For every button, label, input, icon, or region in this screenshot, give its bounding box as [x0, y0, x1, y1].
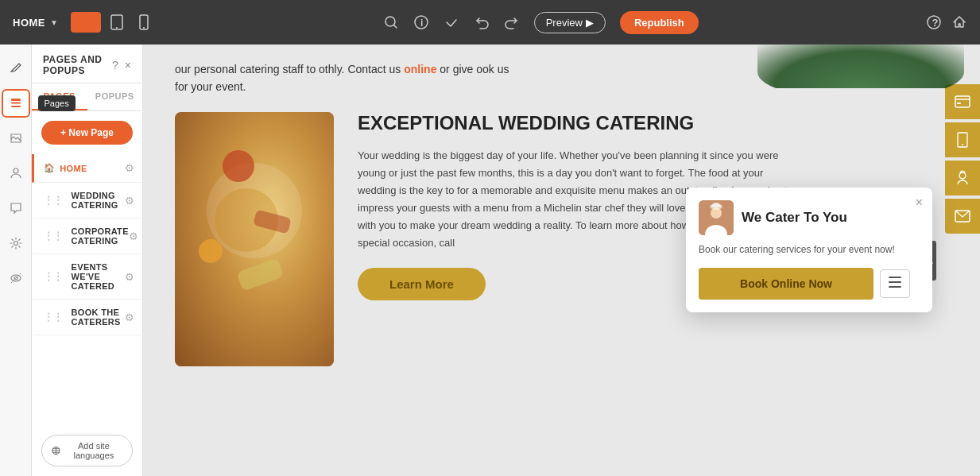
page-list: 🏠 HOME ⚙ ⋮⋮ WEDDING CATERING ⚙ ⋮⋮ CORPOR…	[32, 154, 142, 425]
sidebar-icon-users[interactable]	[2, 159, 30, 188]
section-title: EXCEPTIONAL WEDDING CATERING	[358, 112, 948, 134]
home-btn[interactable]	[951, 14, 967, 30]
page-settings-icon-home[interactable]: ⚙	[125, 162, 134, 174]
check-btn[interactable]	[444, 14, 459, 30]
page-settings-icon-corporate[interactable]: ⚙	[129, 230, 138, 242]
preview-label: Preview	[546, 17, 583, 29]
add-languages-btn[interactable]: Add site languages	[41, 435, 133, 466]
desktop-device-btn[interactable]	[71, 12, 101, 33]
notification-popup: × We Cater To You Book our catering serv…	[686, 188, 932, 312]
sidebar-icon-media[interactable]	[2, 124, 30, 153]
drag-handle-corporate: ⋮⋮	[44, 230, 64, 242]
food-image	[175, 112, 334, 366]
page-item-book[interactable]: ⋮⋮ BOOK THE CATERERS ⚙	[32, 300, 142, 335]
page-settings-icon-events[interactable]: ⚙	[125, 271, 134, 283]
online-link[interactable]: online	[404, 63, 436, 75]
page-item-home[interactable]: 🏠 HOME ⚙	[32, 154, 142, 183]
right-icon-phone[interactable]	[945, 122, 980, 157]
info-btn[interactable]: i	[413, 14, 429, 30]
home-icon: 🏠	[44, 163, 55, 173]
pages-panel-header: PAGES AND POPUPS ? ×	[32, 45, 142, 83]
right-icon-credit-card[interactable]	[945, 84, 980, 119]
panel-close-btn[interactable]: ×	[125, 59, 131, 72]
left-sidebar: Pages	[0, 45, 32, 476]
mobile-device-btn[interactable]	[133, 11, 155, 33]
device-icons	[71, 11, 155, 33]
page-item-home-label: 🏠 HOME	[44, 163, 87, 173]
drag-handle-events: ⋮⋮	[44, 271, 64, 282]
top-bar-right: ?	[926, 14, 967, 30]
chevron-down-icon: ▼	[50, 18, 58, 27]
popup-menu-btn[interactable]	[880, 269, 910, 298]
right-sidebar	[945, 84, 980, 234]
pages-tooltip: Pages	[38, 95, 76, 111]
sidebar-icon-edit[interactable]	[2, 54, 30, 83]
chef-avatar	[699, 200, 734, 235]
page-item-corporate-label: ⋮⋮ CORPORATE CATERING	[44, 226, 129, 246]
right-icon-chef[interactable]	[945, 161, 980, 195]
undo-btn[interactable]	[474, 14, 490, 30]
sidebar-icon-settings[interactable]	[2, 229, 30, 257]
pages-panel-actions: ? ×	[112, 59, 131, 72]
learn-more-btn[interactable]: Learn More	[358, 268, 486, 300]
current-page-label: HOME	[13, 17, 45, 29]
svg-text:?: ?	[932, 17, 939, 29]
svg-text:i: i	[420, 17, 423, 29]
page-item-wedding[interactable]: ⋮⋮ WEDDING CATERING ⚙	[32, 183, 142, 219]
page-settings-icon-wedding[interactable]: ⚙	[125, 195, 134, 207]
food-img-placeholder	[175, 112, 334, 366]
new-page-btn[interactable]: + New Page	[41, 121, 133, 145]
top-garnish-area	[742, 45, 980, 88]
svg-rect-18	[955, 96, 970, 107]
intro-text: our personal catering staff to othly. Co…	[175, 60, 525, 96]
republish-btn[interactable]: Republish	[620, 11, 699, 34]
page-item-events[interactable]: ⋮⋮ EVENTS WE'VE CATERED ⚙	[32, 254, 142, 300]
redo-btn[interactable]	[504, 14, 520, 30]
page-item-book-label: ⋮⋮ BOOK THE CATERERS	[44, 308, 125, 327]
svg-rect-12	[11, 106, 21, 107]
preview-btn[interactable]: Preview ▶	[534, 12, 606, 33]
page-item-wedding-label: ⋮⋮ WEDDING CATERING	[44, 191, 125, 210]
popup-title: We Cater To You	[742, 210, 847, 226]
main-layout: Pages PAGES AND POPUPS ? × PAGES POPU	[0, 45, 980, 476]
svg-rect-11	[11, 103, 21, 104]
svg-rect-28	[889, 286, 901, 288]
page-settings-icon-book[interactable]: ⚙	[125, 312, 134, 323]
popup-subtitle: Book our catering services for your even…	[699, 243, 920, 257]
popup-header: We Cater To You	[699, 200, 920, 235]
page-selector[interactable]: HOME ▼	[13, 17, 58, 29]
drag-handle-wedding: ⋮⋮	[44, 195, 64, 206]
svg-point-15	[11, 275, 21, 281]
svg-point-4	[143, 27, 145, 29]
svg-point-2	[116, 27, 118, 29]
svg-rect-27	[889, 281, 901, 283]
panel-help-btn[interactable]: ?	[112, 59, 118, 72]
tablet-device-btn[interactable]	[104, 11, 130, 33]
top-bar: HOME ▼ i	[0, 0, 980, 45]
svg-point-21	[959, 172, 966, 179]
popup-close-btn[interactable]: ×	[916, 195, 923, 210]
right-icon-mail[interactable]	[945, 199, 980, 234]
svg-point-14	[14, 242, 17, 246]
sidebar-icon-pages[interactable]: Pages	[2, 89, 30, 118]
popup-actions: Book Online Now	[699, 268, 920, 300]
top-bar-left: HOME ▼	[13, 11, 155, 33]
search-btn[interactable]	[383, 14, 399, 30]
tab-popups[interactable]: POPUPS	[87, 83, 143, 110]
help-btn[interactable]: ?	[926, 14, 942, 30]
sidebar-icon-eye[interactable]	[2, 264, 30, 292]
svg-rect-0	[78, 16, 94, 26]
book-now-btn[interactable]: Book Online Now	[699, 268, 873, 300]
drag-handle-book: ⋮⋮	[44, 312, 64, 323]
svg-rect-19	[957, 103, 961, 104]
svg-rect-26	[889, 277, 901, 278]
play-icon: ▶	[586, 17, 594, 29]
svg-point-13	[14, 168, 18, 173]
svg-point-20	[962, 144, 963, 145]
pages-panel-title: PAGES AND POPUPS	[43, 54, 112, 76]
sidebar-icon-chat[interactable]	[2, 194, 30, 223]
svg-rect-10	[11, 99, 21, 101]
page-item-corporate[interactable]: ⋮⋮ CORPORATE CATERING ⚙	[32, 219, 142, 254]
page-item-events-label: ⋮⋮ EVENTS WE'VE CATERED	[44, 262, 125, 291]
content-area: our personal catering staff to othly. Co…	[143, 45, 980, 476]
